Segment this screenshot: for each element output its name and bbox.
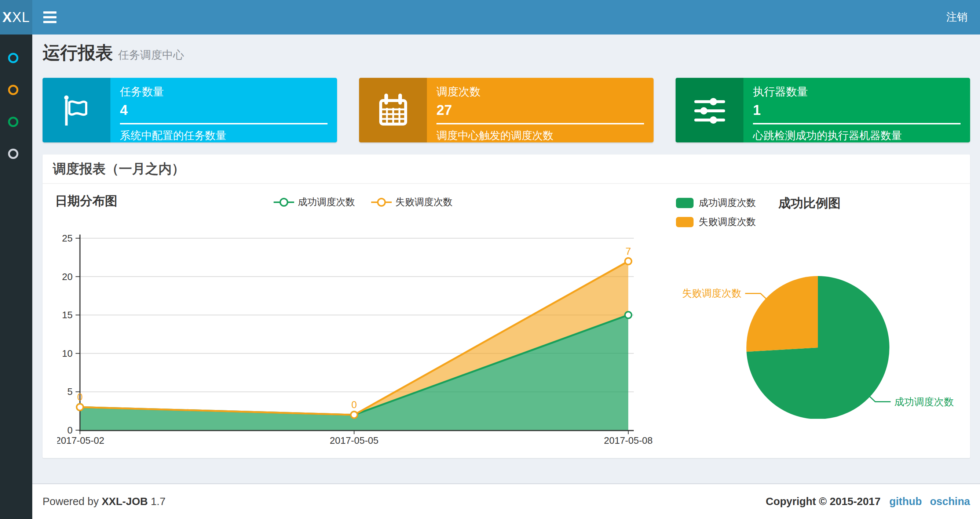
stat-description: 心跳检测成功的执行器机器数量 — [753, 128, 961, 143]
powered-by: Powered by XXL-JOB 1.7 — [43, 495, 165, 508]
svg-text:15: 15 — [62, 310, 73, 321]
sidebar-item-3[interactable] — [0, 106, 32, 137]
stat-box-executors: 执行器数量 1 心跳检测成功的执行器机器数量 — [676, 78, 970, 142]
sidebar-item-2[interactable] — [0, 74, 32, 106]
circle-icon — [8, 53, 18, 63]
circle-icon — [8, 85, 18, 95]
stat-description: 系统中配置的任务数量 — [120, 128, 328, 143]
sidebar — [0, 35, 32, 519]
svg-text:2017-05-02: 2017-05-02 — [57, 435, 105, 444]
divider — [436, 123, 644, 125]
svg-text:5: 5 — [67, 386, 73, 397]
circle-icon — [8, 117, 18, 127]
svg-text:失败调度次数: 失败调度次数 — [682, 288, 741, 299]
svg-text:10: 10 — [62, 348, 73, 359]
sliders-icon — [691, 92, 728, 128]
stat-value: 27 — [436, 102, 644, 118]
oschina-link[interactable]: oschina — [930, 495, 970, 508]
stat-box-jobs: 任务数量 4 系统中配置的任务数量 — [43, 78, 337, 142]
svg-text:2017-05-05: 2017-05-05 — [330, 435, 379, 444]
svg-text:7: 7 — [625, 246, 631, 257]
panel-title: 调度报表（一月之内） — [53, 160, 185, 178]
flag-icon — [58, 92, 95, 128]
app-logo[interactable]: XXL — [0, 0, 32, 35]
svg-text:0: 0 — [67, 425, 73, 436]
top-navbar: XXL 注销 — [0, 0, 980, 35]
sidebar-item-1[interactable] — [0, 42, 32, 74]
svg-text:0: 0 — [352, 399, 357, 410]
page-footer: Powered by XXL-JOB 1.7 Copyright © 2015-… — [32, 483, 980, 519]
stat-boxes-row: 任务数量 4 系统中配置的任务数量 — [43, 78, 970, 142]
stat-description: 调度中心触发的调度次数 — [436, 128, 644, 143]
calendar-icon — [375, 92, 412, 128]
logout-link[interactable]: 注销 — [946, 10, 967, 25]
sidebar-toggle-button[interactable] — [43, 9, 59, 26]
stat-value: 1 — [753, 102, 961, 118]
schedule-report-panel: 调度报表（一月之内） 日期分布图 成功调度次数 — [43, 155, 970, 458]
stat-title: 任务数量 — [120, 85, 328, 99]
copyright: Copyright © 2015-2017 — [766, 495, 881, 508]
github-link[interactable]: github — [889, 495, 922, 508]
hamburger-icon — [43, 11, 56, 14]
svg-text:2017-05-08: 2017-05-08 — [604, 435, 653, 444]
svg-text:成功调度次数: 成功调度次数 — [894, 396, 954, 407]
date-distribution-chart: 05101520252017-05-022017-05-052017-05-08… — [57, 188, 666, 444]
svg-text:20: 20 — [62, 271, 73, 282]
stat-title: 执行器数量 — [753, 85, 961, 99]
svg-text:0: 0 — [77, 392, 83, 402]
success-ratio-pie: 成功调度次数失败调度次数 — [666, 191, 959, 419]
stat-value: 4 — [120, 102, 328, 118]
page-title: 运行报表任务调度中心 — [43, 41, 970, 65]
stat-title: 调度次数 — [436, 85, 644, 99]
stat-box-triggers: 调度次数 27 调度中心触发的调度次数 — [359, 78, 654, 142]
sidebar-item-4[interactable] — [0, 137, 32, 169]
page-subtitle: 任务调度中心 — [118, 49, 184, 61]
circle-icon — [8, 149, 18, 159]
logo-text: XL — [12, 10, 30, 26]
divider — [120, 123, 328, 125]
logo-text-bold: X — [3, 10, 12, 26]
svg-text:25: 25 — [62, 233, 73, 244]
divider — [753, 123, 961, 125]
